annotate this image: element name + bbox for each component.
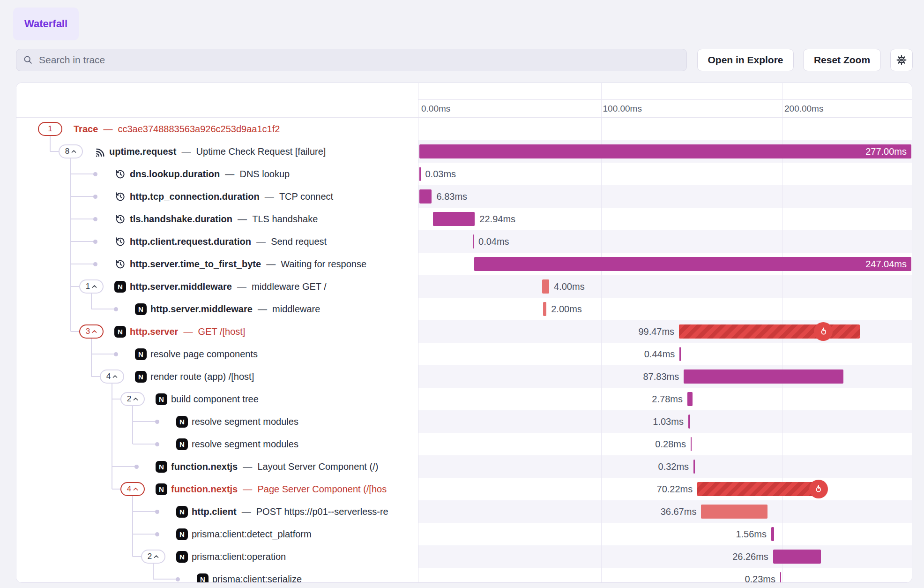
span-bar-row[interactable]: 1.56ms	[418, 523, 912, 545]
span-bar-row[interactable]: 247.04ms	[418, 253, 912, 275]
span-row[interactable]: http.server.time_to_first_byte — Waiting…	[16, 253, 418, 275]
span-bar[interactable]	[697, 482, 825, 496]
tab-waterfall-label: Waterfall	[24, 18, 67, 30]
span-bar-row[interactable]: 22.94ms	[418, 208, 912, 230]
leaf-dot-icon	[114, 307, 118, 311]
span-bar[interactable]	[780, 572, 782, 583]
duration-label: 87.83ms	[643, 365, 679, 388]
caret-up-icon	[112, 375, 118, 378]
span-bar[interactable]	[687, 392, 693, 406]
span-bar-row[interactable]: 4.00ms	[418, 275, 912, 298]
span-row[interactable]: dns.lookup.duration — DNS lookup	[16, 163, 418, 185]
span-bar[interactable]	[433, 212, 475, 226]
span-bar[interactable]	[701, 505, 768, 519]
caret-up-icon	[133, 487, 138, 491]
span-bar[interactable]	[474, 257, 911, 271]
collapse-pill[interactable]: 4	[120, 482, 145, 496]
span-row[interactable]: 4Nrender route (app) /[host]	[16, 365, 418, 388]
span-bar[interactable]	[419, 189, 432, 204]
duration-label: 36.67ms	[661, 500, 697, 523]
collapse-pill[interactable]: 3	[79, 324, 104, 339]
span-bar-row[interactable]: 6.83ms	[418, 185, 912, 208]
span-bar-row[interactable]: 0.23ms	[418, 568, 912, 583]
span-bar[interactable]	[771, 527, 774, 541]
nextjs-icon: N	[176, 438, 188, 450]
span-bar-row[interactable]: 0.32ms	[418, 455, 912, 478]
leaf-dot-icon	[93, 240, 97, 244]
span-row[interactable]: Nhttp.server.middleware — middleware	[16, 298, 418, 320]
open-in-explore-button[interactable]: Open in Explore	[697, 49, 794, 71]
span-row[interactable]: http.client.request.duration — Send requ…	[16, 230, 418, 253]
span-bar[interactable]	[684, 369, 843, 384]
span-bar-row[interactable]: 87.83ms	[418, 365, 912, 388]
collapse-pill[interactable]: 1	[38, 122, 62, 136]
span-row[interactable]: 2Nbuild component tree	[16, 388, 418, 410]
span-bar[interactable]	[773, 550, 821, 564]
span-bar-row[interactable]: 0.44ms	[418, 343, 912, 365]
span-bar-row[interactable]: 36.67ms	[418, 500, 912, 523]
span-row[interactable]: Nprisma:client:detect_platform	[16, 523, 418, 545]
gear-icon	[895, 54, 908, 66]
collapse-pill[interactable]: 8	[59, 144, 83, 158]
span-bar[interactable]	[542, 279, 550, 294]
collapse-pill[interactable]: 2	[141, 550, 165, 564]
span-bar[interactable]	[688, 415, 690, 429]
tab-waterfall[interactable]: Waterfall	[13, 8, 79, 40]
duration-label: 0.28ms	[655, 433, 686, 455]
span-bar-row[interactable]: 0.04ms	[418, 230, 912, 253]
fire-icon	[813, 484, 824, 495]
span-row[interactable]: Nresolve segment modules	[16, 410, 418, 433]
span-row[interactable]: Nresolve segment modules	[16, 433, 418, 455]
span-bar[interactable]	[419, 144, 911, 158]
reset-zoom-button[interactable]: Reset Zoom	[803, 49, 881, 71]
duration-label: 277.00ms	[865, 144, 907, 158]
nextjs-icon: N	[135, 303, 147, 315]
span-bar-row[interactable]: 2.00ms	[418, 298, 912, 320]
span-bar-row[interactable]: 26.26ms	[418, 545, 912, 568]
span-bar[interactable]	[543, 302, 547, 316]
span-bar[interactable]	[473, 234, 474, 249]
span-bar-row[interactable]: 277.00ms	[418, 140, 912, 163]
span-row[interactable]: 1Trace — cc3ae3748883563a926c253d9aa1c1f…	[16, 118, 418, 140]
collapse-pill[interactable]: 2	[120, 392, 145, 406]
axis-gridline	[782, 83, 783, 117]
span-row[interactable]: Nresolve page components	[16, 343, 418, 365]
span-bar-row[interactable]: 0.28ms	[418, 433, 912, 455]
span-bar[interactable]	[419, 167, 421, 181]
span-row[interactable]: Nfunction.nextjs — Layout Server Compone…	[16, 455, 418, 478]
collapse-pill[interactable]: 4	[100, 369, 124, 384]
leaf-dot-icon	[155, 510, 159, 514]
span-bar[interactable]	[693, 460, 695, 474]
span-bar-row[interactable]: 70.22ms	[418, 478, 912, 500]
duration-label: 6.83ms	[436, 185, 467, 208]
span-row[interactable]: 4Nfunction.nextjs — Page Server Componen…	[16, 478, 418, 500]
span-bar-row[interactable]: 0.03ms	[418, 163, 912, 185]
span-tree: 1Trace — cc3ae3748883563a926c253d9aa1c1f…	[16, 118, 418, 583]
span-row[interactable]: http.tcp_connection.duration — TCP conne…	[16, 185, 418, 208]
span-bar-row[interactable]: 2.78ms	[418, 388, 912, 410]
span-label: http.tcp_connection.duration — TCP conne…	[130, 185, 333, 208]
span-bar-row[interactable]: 99.47ms	[418, 320, 912, 343]
waterfall-panel: 0.00ms100.00ms200.00ms 1Trace — cc3ae374…	[16, 83, 912, 583]
span-row[interactable]: 3Nhttp.server — GET /[host]	[16, 320, 418, 343]
span-bar-row[interactable]	[418, 118, 912, 140]
span-bar-row[interactable]: 1.03ms	[418, 410, 912, 433]
span-label: http.client.request.duration — Send requ…	[130, 230, 327, 253]
settings-button[interactable]	[890, 49, 913, 71]
span-bar[interactable]	[691, 437, 692, 451]
span-bar[interactable]	[679, 347, 681, 361]
span-row[interactable]: tls.handshake.duration — TLS handshake	[16, 208, 418, 230]
span-row[interactable]: Nprisma:client:serialize	[16, 568, 418, 583]
leaf-dot-icon	[93, 172, 97, 176]
span-row[interactable]: 2Nprisma:client:operation	[16, 545, 418, 568]
child-count: 2	[127, 394, 131, 404]
span-row[interactable]: Nhttp.client — POST https://p01--serverl…	[16, 500, 418, 523]
span-row[interactable]: 8uptime.request — Uptime Check Request […	[16, 140, 418, 163]
span-row[interactable]: 1Nhttp.server.middleware — middleware GE…	[16, 275, 418, 298]
search-input[interactable]	[38, 54, 680, 66]
nextjs-icon: N	[197, 573, 209, 583]
search-box[interactable]	[16, 49, 687, 71]
duration-label: 26.26ms	[732, 545, 768, 568]
collapse-pill[interactable]: 1	[79, 279, 104, 294]
clock-icon	[114, 168, 126, 180]
